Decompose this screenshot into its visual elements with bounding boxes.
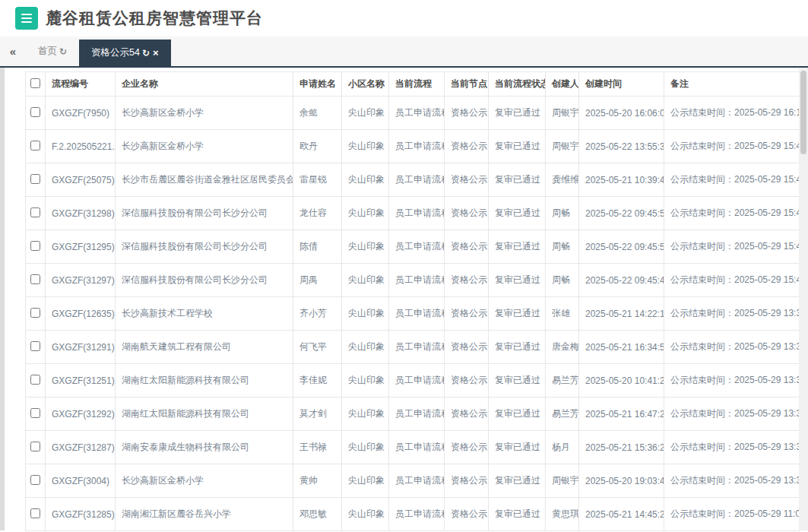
scrollbar-thumb[interactable] <box>800 71 806 154</box>
table-cell: 公示结束时间：2025-05-29 13:39:15 <box>664 431 800 464</box>
table-cell: 资格公示 <box>445 464 489 498</box>
table-cell: 公示结束时间：2025-05-29 15:44:44 <box>664 130 800 163</box>
table-cell: 公示结束时间：2025-05-29 13:39:24 <box>664 397 800 431</box>
hamburger-icon <box>21 14 32 15</box>
table-row[interactable]: GXGZF(31285)湖南湘江新区麓谷岳兴小学邓思敏尖山印象员工申请流程资格公… <box>26 498 800 531</box>
table-cell: GXGZF(12635) <box>46 297 116 331</box>
table-cell: 周畅 <box>546 230 579 264</box>
table-cell: 员工申请流程 <box>389 464 445 498</box>
row-checkbox[interactable] <box>30 308 40 318</box>
table-cell: 公示结束时间：2025-05-29 15:44:19 <box>664 197 800 230</box>
table-cell: 尖山印象 <box>342 331 389 364</box>
table-cell: 何飞平 <box>293 331 342 364</box>
table-cell: 王书禄 <box>293 431 342 464</box>
table-cell: 尖山印象 <box>342 397 389 431</box>
tab-home[interactable]: 首页 ↻ <box>26 36 79 66</box>
row-checkbox[interactable] <box>30 141 40 150</box>
menu-toggle-button[interactable] <box>15 7 38 30</box>
table-cell: 黄帅 <box>293 464 342 498</box>
table-row[interactable]: GXGZF(31291)湖南航天建筑工程有限公司何飞平尖山印象员工申请流程资格公… <box>26 331 800 364</box>
table-cell: 尖山印象 <box>342 364 389 397</box>
table-row[interactable]: GXGZF(7950)长沙高新区金桥小学余懿尖山印象员工申请流程资格公示复审已通… <box>26 97 800 130</box>
table-cell: 张雄 <box>546 297 579 331</box>
row-checkbox[interactable] <box>30 274 40 284</box>
table-header-row: 流程编号企业名称申请姓名小区名称当前流程当前节点当前流程状态创建人创建时间备注 <box>26 72 800 97</box>
table-cell: GXGZF(31291) <box>46 331 116 364</box>
page-title: 麓谷租赁公租房智慧管理平台 <box>46 8 263 29</box>
collapse-tabs-button[interactable]: « <box>0 36 26 66</box>
row-checkbox-cell <box>26 297 46 331</box>
row-checkbox[interactable] <box>30 475 40 485</box>
table-cell: 复审已通过 <box>489 397 546 431</box>
row-checkbox-cell <box>26 397 46 431</box>
table-cell: GXGZF(31295) <box>46 230 116 264</box>
table-cell: GXGZF(31287) <box>46 431 116 464</box>
table-row[interactable]: GXGZF(31295)深信服科技股份有限公司长沙分公司陈倩尖山印象员工申请流程… <box>26 230 800 264</box>
row-checkbox[interactable] <box>30 174 40 184</box>
table-cell: 尖山印象 <box>342 163 389 197</box>
row-checkbox[interactable] <box>30 408 40 418</box>
table-cell: 员工申请流程 <box>389 197 445 230</box>
table-body: GXGZF(7950)长沙高新区金桥小学余懿尖山印象员工申请流程资格公示复审已通… <box>26 97 800 531</box>
row-checkbox-cell <box>26 197 46 230</box>
table-cell: GXGZF(3004) <box>46 464 116 498</box>
table-cell: 易兰芳 <box>546 364 579 397</box>
row-checkbox[interactable] <box>30 508 40 518</box>
row-checkbox-cell <box>26 364 46 397</box>
table-cell: 复审已通过 <box>489 464 546 498</box>
table-row[interactable]: GXGZF(31251)湖南红太阳新能源科技有限公司李佳妮尖山印象员工申请流程资… <box>26 364 800 397</box>
table-row[interactable]: F.2.202505221...长沙高新区金桥小学欧丹尖山印象员工申请流程资格公… <box>26 130 800 163</box>
table-cell: 深信服科技股份有限公司长沙分公司 <box>116 264 293 297</box>
table-cell: GXGZF(31297) <box>46 264 116 297</box>
table-cell: 复审已通过 <box>489 230 546 264</box>
column-header: 小区名称 <box>342 72 389 97</box>
table-cell: 余懿 <box>293 97 342 130</box>
table-cell: 公示结束时间：2025-05-29 15:44:37 <box>664 163 800 197</box>
table-row[interactable]: GXGZF(3004)长沙高新区金桥小学黄帅尖山印象员工申请流程资格公示复审已通… <box>26 464 800 498</box>
row-checkbox[interactable] <box>30 107 40 117</box>
refresh-icon[interactable]: ↻ <box>142 48 150 59</box>
table-row[interactable]: GXGZF(31287)湖南安泰康成生物科技有限公司王书禄尖山印象员工申请流程资… <box>26 431 800 464</box>
row-checkbox[interactable] <box>30 375 40 385</box>
column-header: 当前节点 <box>445 72 489 97</box>
table-cell: 复审已通过 <box>489 431 546 464</box>
table-cell: 龚维维 <box>546 163 579 197</box>
tab-qualification-publicity[interactable]: 资格公示54 ↻ × <box>79 40 171 66</box>
table-row[interactable]: GXGZF(31297)深信服科技股份有限公司长沙分公司周禺尖山印象员工申请流程… <box>26 264 800 297</box>
qualification-table: 流程编号企业名称申请姓名小区名称当前流程当前节点当前流程状态创建人创建时间备注 … <box>25 71 800 531</box>
table-cell: 欧丹 <box>293 130 342 163</box>
table-cell: 公示结束时间：2025-05-29 13:39:50 <box>664 297 800 331</box>
row-checkbox-cell <box>26 163 46 197</box>
table-cell: 复审已通过 <box>489 97 546 130</box>
row-checkbox[interactable] <box>30 341 40 351</box>
table-row[interactable]: GXGZF(31292)湖南红太阳新能源科技有限公司莫才剑尖山印象员工申请流程资… <box>26 397 800 431</box>
table-cell: GXGZF(31285) <box>46 498 116 531</box>
row-checkbox[interactable] <box>30 207 40 217</box>
table-cell: 尖山印象 <box>342 464 389 498</box>
table-cell: 2025-05-22 09:45:51 <box>579 230 664 264</box>
row-checkbox[interactable] <box>30 241 40 251</box>
table-cell: 周畅 <box>546 197 579 230</box>
row-checkbox-cell <box>26 230 46 264</box>
table-cell: 杨月 <box>546 431 579 464</box>
table-cell: 2025-05-20 16:06:03 <box>579 97 664 130</box>
table-cell: 员工申请流程 <box>389 230 445 264</box>
select-all-checkbox[interactable] <box>30 78 40 88</box>
table-cell: 深信服科技股份有限公司长沙分公司 <box>116 230 293 264</box>
table-cell: 雷星锐 <box>293 163 342 197</box>
table-cell: 长沙市岳麓区麓谷街道金雅社区居民委员会 <box>116 163 293 197</box>
table-cell: 易兰芳 <box>546 397 579 431</box>
table-cell: 长沙高新区金桥小学 <box>116 464 293 498</box>
table-cell: 员工申请流程 <box>389 130 445 163</box>
table-row[interactable]: GXGZF(12635)长沙高新技术工程学校齐小芳尖山印象员工申请流程资格公示复… <box>26 297 800 331</box>
refresh-icon[interactable]: ↻ <box>59 46 67 57</box>
column-header: 创建时间 <box>579 72 664 97</box>
column-header: 当前流程状态 <box>489 72 546 97</box>
table-row[interactable]: GXGZF(25075)长沙市岳麓区麓谷街道金雅社区居民委员会雷星锐尖山印象员工… <box>26 163 800 197</box>
close-icon[interactable]: × <box>153 47 159 59</box>
table-cell: 唐金梅 <box>546 331 579 364</box>
row-checkbox[interactable] <box>30 442 40 451</box>
table-cell: 资格公示 <box>445 130 489 163</box>
vertical-scrollbar[interactable] <box>799 68 808 530</box>
table-row[interactable]: GXGZF(31298)深信服科技股份有限公司长沙分公司龙仕容尖山印象员工申请流… <box>26 197 800 230</box>
